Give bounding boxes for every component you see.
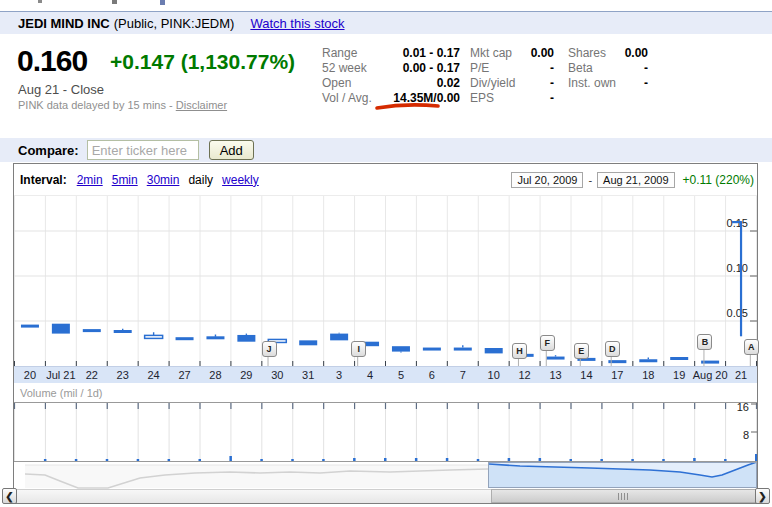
candlestick xyxy=(21,325,39,328)
compare-bar: Compare: Add xyxy=(0,138,772,162)
scrollbar-thumb[interactable] xyxy=(491,489,757,503)
stat-value: - xyxy=(528,91,554,106)
stat-label: Inst. own xyxy=(568,76,620,91)
interval-option-30min[interactable]: 30min xyxy=(147,173,180,187)
volume-bar xyxy=(199,459,202,461)
interval-option-2min[interactable]: 2min xyxy=(77,173,103,187)
date-axis-label: 14 xyxy=(580,369,592,381)
candlestick xyxy=(392,346,410,351)
date-axis-label: 31 xyxy=(302,369,314,381)
stat-value xyxy=(620,91,648,106)
date-axis-label: 7 xyxy=(460,369,466,381)
add-button[interactable]: Add xyxy=(209,140,254,160)
stat-value: - xyxy=(620,61,648,76)
stat-label: Range xyxy=(322,46,380,61)
date-axis-label: 22 xyxy=(86,369,98,381)
stat-value: - xyxy=(528,76,554,91)
scroll-left-arrow[interactable]: ❮ xyxy=(2,488,17,504)
date-axis-label: Aug 20 xyxy=(693,369,728,381)
candlestick xyxy=(485,348,503,353)
stat-row: 52 week0.00 - 0.17P/E-Beta- xyxy=(322,61,648,76)
stat-label: Vol / Avg. xyxy=(322,91,380,106)
volume-bar xyxy=(662,459,665,461)
date-to-input[interactable]: Aug 21, 2009 xyxy=(597,172,674,188)
volume-bar xyxy=(539,458,542,461)
compare-label: Compare: xyxy=(18,143,79,158)
thumb-grip xyxy=(621,493,622,500)
ticker-input[interactable] xyxy=(87,140,199,160)
date-axis-label: 24 xyxy=(148,369,160,381)
date-axis-label: 13 xyxy=(549,369,561,381)
volume-bar xyxy=(600,459,603,461)
volume-bar xyxy=(137,459,140,461)
stat-label: Open xyxy=(322,76,380,91)
volume-bar xyxy=(724,459,727,461)
event-flag-H[interactable]: H xyxy=(512,343,527,359)
event-flag-D[interactable]: D xyxy=(605,341,620,357)
date-axis-label: 3 xyxy=(336,369,342,381)
volume-bar xyxy=(353,458,356,461)
volume-bar xyxy=(75,459,78,461)
event-flag-I[interactable]: I xyxy=(351,341,366,357)
event-flag-E[interactable]: E xyxy=(574,343,589,359)
candlestick xyxy=(547,357,565,360)
candlestick xyxy=(206,336,224,339)
date-axis-label: 20 xyxy=(24,369,36,381)
event-flag-B[interactable]: B xyxy=(697,334,712,350)
company-ticker: (Public, PINK:JEDM) xyxy=(114,16,235,31)
volume-label: Volume (mil / 1d) xyxy=(14,383,757,402)
event-flag-J[interactable]: J xyxy=(262,341,277,357)
candlestick xyxy=(670,357,688,360)
chart-container: Interval: 2min5min30mindailyweekly Jul 2… xyxy=(13,163,758,504)
volume-chart-canvas: 168 xyxy=(14,402,757,462)
stat-value: 0.01 - 0.17 xyxy=(380,46,460,61)
interval-row: Interval: 2min5min30mindailyweekly Jul 2… xyxy=(14,164,757,196)
stat-label: Shares xyxy=(568,46,620,61)
date-axis-label: 10 xyxy=(488,369,500,381)
date-axis-label: 17 xyxy=(611,369,623,381)
candlestick xyxy=(52,324,70,334)
volume-label-text: Volume (mil / 1d) xyxy=(20,387,103,399)
price-change: +0.147 (1,130.77%) xyxy=(110,50,295,74)
stat-label xyxy=(568,91,620,106)
candlestick xyxy=(299,340,317,345)
volume-bar xyxy=(44,459,47,461)
stat-row: Range0.01 - 0.17Mkt cap0.00Shares0.00 xyxy=(322,46,648,61)
thumb-grip xyxy=(627,493,628,500)
watch-this-stock-link[interactable]: Watch this stock xyxy=(250,16,344,31)
volume-bar xyxy=(322,459,325,461)
date-axis-label: 19 xyxy=(673,369,685,381)
range-navigator[interactable] xyxy=(14,462,757,489)
cropped-text-fragment xyxy=(38,0,42,3)
date-axis-label: 29 xyxy=(240,369,252,381)
disclaimer-link[interactable]: Disclaimer xyxy=(176,99,227,111)
volume-bar xyxy=(229,456,232,461)
delay-notice: PINK data delayed by 15 mins - Disclaime… xyxy=(18,99,227,111)
volume-bar xyxy=(168,459,171,461)
scrollbar-track[interactable] xyxy=(14,489,491,503)
scroll-right-arrow[interactable]: ❯ xyxy=(755,488,770,504)
stat-row: Open0.02Div/yield-Inst. own- xyxy=(322,76,648,91)
date-range-controls: Jul 20, 2009 - Aug 21, 2009 +0.11 (220%) xyxy=(511,172,754,188)
price-chart-canvas[interactable]: 0.050.100.15 xyxy=(14,196,757,366)
date-axis-label: 12 xyxy=(519,369,531,381)
date-from-input[interactable]: Jul 20, 2009 xyxy=(511,172,583,188)
key-stats-table: Range0.01 - 0.17Mkt cap0.00Shares0.0052 … xyxy=(322,46,648,106)
date-axis-label: 28 xyxy=(209,369,221,381)
candlestick xyxy=(237,335,255,342)
delay-text: PINK data delayed by 15 mins - xyxy=(18,99,176,111)
date-axis-label: 27 xyxy=(178,369,190,381)
volume-bar xyxy=(446,458,449,461)
date-axis-label: 4 xyxy=(367,369,373,381)
event-flag-F[interactable]: F xyxy=(540,335,555,351)
interval-option-weekly[interactable]: weekly xyxy=(222,173,259,187)
volume-axis-label: 16 xyxy=(737,402,749,413)
red-underline-annotation xyxy=(374,100,444,112)
date-axis-label: 30 xyxy=(271,369,283,381)
candlestick xyxy=(176,337,194,340)
interval-option-5min[interactable]: 5min xyxy=(112,173,138,187)
last-price: 0.160 xyxy=(17,44,87,78)
event-flag-A[interactable]: A xyxy=(744,339,759,355)
interval-option-daily: daily xyxy=(188,173,213,187)
candlestick xyxy=(639,359,657,362)
